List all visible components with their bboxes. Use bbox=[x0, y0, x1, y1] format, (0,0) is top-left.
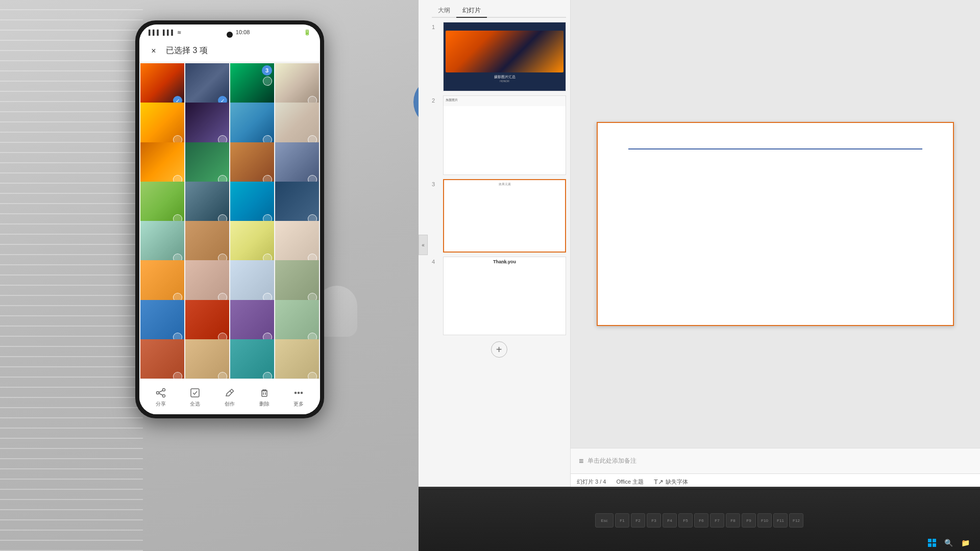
photo-cell-13[interactable] bbox=[140, 182, 184, 226]
slide-item-1: 1 摄影图片汇总 HONOR bbox=[432, 22, 566, 91]
slide2-content: 东面照片 bbox=[444, 96, 566, 106]
photo-cell-20[interactable] bbox=[275, 221, 319, 265]
photo-cell-9[interactable] bbox=[140, 142, 184, 186]
slide-inner bbox=[598, 123, 953, 325]
slide-thumb-3[interactable]: 效果元素 bbox=[443, 179, 566, 253]
nav-delete-button[interactable]: 删除 bbox=[258, 386, 271, 408]
photo-cell-31[interactable] bbox=[230, 339, 274, 379]
keyboard-keys: Esc F1 F2 F3 F4 F5 F6 F7 F8 F9 F10 F11 F… bbox=[595, 513, 803, 528]
file-taskbar-button[interactable]: 📁 bbox=[961, 539, 970, 547]
current-slide-editor bbox=[597, 122, 954, 326]
selectall-icon bbox=[188, 386, 202, 399]
windows-logo[interactable] bbox=[928, 539, 936, 547]
slide-thumb-4[interactable]: Thank you HONOR bbox=[443, 257, 566, 335]
photo-select-30 bbox=[218, 372, 227, 379]
share-label: 分享 bbox=[156, 400, 166, 408]
slide-info: 幻灯片 3 / 4 bbox=[577, 478, 606, 486]
tab-slides[interactable]: 幻灯片 bbox=[456, 4, 487, 18]
photo-cell-10[interactable] bbox=[185, 142, 229, 186]
photo-cell-16[interactable] bbox=[275, 182, 319, 226]
key-f2[interactable]: F2 bbox=[631, 513, 645, 528]
photo-cell-4[interactable] bbox=[275, 63, 319, 107]
photo-cell-5[interactable] bbox=[140, 103, 184, 146]
slide-number-1: 1 bbox=[432, 22, 440, 30]
key-f1[interactable]: F1 bbox=[615, 513, 629, 528]
photo-cell-28[interactable] bbox=[275, 300, 319, 344]
win-q3 bbox=[928, 543, 932, 547]
key-f11[interactable]: F11 bbox=[773, 513, 788, 528]
photo-cell-29[interactable] bbox=[140, 339, 184, 379]
nav-selectall-button[interactable]: 全选 bbox=[188, 386, 202, 408]
photo-cell-2[interactable]: ✓ bbox=[185, 63, 229, 107]
svg-line-4 bbox=[159, 393, 162, 395]
slide4-content: Thank you HONOR bbox=[444, 257, 566, 266]
key-f10[interactable]: F10 bbox=[757, 513, 772, 528]
photo-cell-26[interactable] bbox=[185, 300, 229, 344]
photo-cell-30[interactable] bbox=[185, 339, 229, 379]
key-f7[interactable]: F7 bbox=[710, 513, 724, 528]
photo-cell-32[interactable] bbox=[275, 339, 319, 379]
keyboard-row-fn: Esc F1 F2 F3 F4 F5 F6 F7 F8 F9 F10 F11 F… bbox=[595, 513, 803, 528]
photo-cell-11[interactable] bbox=[230, 142, 274, 186]
tab-outline[interactable]: 大纲 bbox=[432, 4, 456, 18]
slide-thumb-2[interactable]: 东面照片 bbox=[443, 95, 566, 175]
phone-close-button[interactable]: × bbox=[148, 45, 160, 57]
nav-create-button[interactable]: 创作 bbox=[223, 386, 236, 408]
phone-time: 10:08 bbox=[236, 29, 250, 35]
collapse-panel-button[interactable]: « bbox=[419, 235, 428, 255]
search-taskbar-button[interactable]: 🔍 bbox=[944, 539, 953, 547]
photo-cell-17[interactable] bbox=[140, 221, 184, 265]
photo-cell-8[interactable] bbox=[275, 103, 319, 146]
more-label: 更多 bbox=[293, 400, 304, 408]
notes-label[interactable]: 单击此处添加备注 bbox=[587, 457, 636, 465]
slide-item-4: 4 Thank you HONOR bbox=[432, 257, 566, 335]
notes-bar: ≡ 单击此处添加备注 bbox=[571, 448, 980, 473]
photo-select-29 bbox=[173, 372, 182, 379]
font-icon: T↗ bbox=[654, 478, 664, 486]
key-f3[interactable]: F3 bbox=[647, 513, 661, 528]
key-f12[interactable]: F12 bbox=[789, 513, 803, 528]
photo-cell-15[interactable] bbox=[230, 182, 274, 226]
key-f5[interactable]: F5 bbox=[678, 513, 693, 528]
svg-point-10 bbox=[295, 392, 297, 393]
photo-cell-24[interactable] bbox=[275, 260, 319, 304]
create-label: 创作 bbox=[225, 400, 235, 408]
key-f4[interactable]: F4 bbox=[663, 513, 677, 528]
photo-cell-25[interactable] bbox=[140, 300, 184, 344]
share-icon bbox=[154, 386, 167, 399]
photo-cell-1[interactable]: ✓ bbox=[140, 63, 184, 107]
slide-number-2: 2 bbox=[432, 95, 440, 104]
photo-cell-14[interactable] bbox=[185, 182, 229, 226]
slide-item-2: 2 东面照片 bbox=[432, 95, 566, 175]
svg-point-12 bbox=[301, 392, 303, 393]
photo-cell-22[interactable] bbox=[185, 260, 229, 304]
key-f8[interactable]: F8 bbox=[726, 513, 740, 528]
add-slide-button[interactable]: + bbox=[491, 341, 507, 358]
photo-cell-18[interactable] bbox=[185, 221, 229, 265]
photo-cell-6[interactable] bbox=[185, 103, 229, 146]
photo-cell-12[interactable] bbox=[275, 142, 319, 186]
slide-number-4: 4 bbox=[432, 257, 440, 265]
slide-number-3: 3 bbox=[432, 179, 440, 187]
photo-cell-3[interactable]: 3 bbox=[230, 63, 274, 107]
phone-selection-title: 已选择 3 项 bbox=[166, 45, 208, 56]
slide-thumb-1[interactable]: 摄影图片汇总 HONOR bbox=[443, 22, 566, 91]
photo-cell-19[interactable] bbox=[230, 221, 274, 265]
desk-lines-decoration bbox=[0, 0, 143, 551]
key-esc[interactable]: Esc bbox=[595, 513, 614, 528]
photo-cell-23[interactable] bbox=[230, 260, 274, 304]
slide3-content: 效果元素 bbox=[444, 180, 565, 184]
phone-camera bbox=[227, 32, 233, 38]
photo-cell-27[interactable] bbox=[230, 300, 274, 344]
nav-share-button[interactable]: 分享 bbox=[154, 386, 167, 408]
win-q1 bbox=[928, 539, 932, 542]
photo-cell-7[interactable] bbox=[230, 103, 274, 146]
phone-signal: ▌▌▌ ▌▌▌ ≋ bbox=[149, 30, 182, 35]
delete-label: 删除 bbox=[259, 400, 270, 408]
key-f9[interactable]: F9 bbox=[742, 513, 756, 528]
photo-cell-21[interactable] bbox=[140, 260, 184, 304]
key-f6[interactable]: F6 bbox=[694, 513, 708, 528]
nav-more-button[interactable]: 更多 bbox=[292, 386, 305, 408]
phone-device: ▌▌▌ ▌▌▌ ≋ 10:08 🔋 × 已选择 3 项 ✓ ✓ 3 bbox=[135, 20, 324, 418]
slide1-image bbox=[446, 31, 564, 72]
